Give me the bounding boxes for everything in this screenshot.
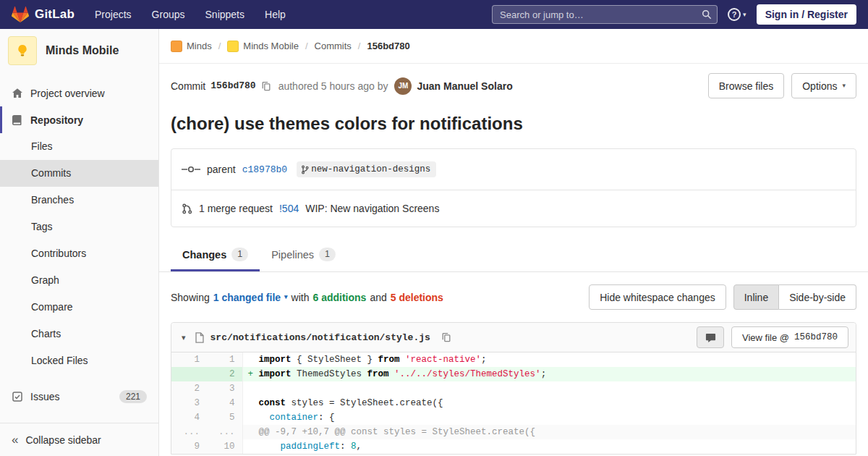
new-line-number[interactable]: 5 — [207, 410, 242, 425]
breadcrumb-separator: / — [218, 41, 221, 51]
file-path[interactable]: src/notifications/notification/style.js — [210, 332, 430, 343]
diff-summary-bar: Showing 1 changed file ▾ with 6 addition… — [171, 272, 856, 322]
collapse-diff-icon[interactable]: ▾ — [179, 333, 189, 342]
breadcrumb-item-156bd780: 156bd780 — [367, 41, 409, 51]
new-line-number[interactable]: 1 — [207, 352, 242, 367]
issues-icon — [12, 391, 23, 402]
old-line-number[interactable]: 1 — [171, 352, 207, 367]
sidebar-nav: Project overview Repository FilesCommits… — [0, 80, 158, 410]
file-actions: View file @ 156bd780 — [697, 326, 848, 348]
changed-files-dropdown[interactable]: 1 changed file ▾ — [213, 292, 288, 303]
breadcrumb-separator: / — [305, 41, 308, 51]
authored-text: authored 5 hours ago by — [278, 80, 388, 92]
sidebar-item-tags[interactable]: Tags — [0, 214, 158, 240]
view-mode-toggle: Inline Side-by-side — [733, 284, 856, 310]
navbar-item-snippets[interactable]: Snippets — [205, 9, 244, 20]
diff-line: 2+import ThemedStyles from '../../styles… — [171, 367, 856, 381]
toggle-comments-button[interactable] — [697, 326, 724, 348]
merge-request-row: 1 merge request !504 WIP: New navigation… — [171, 190, 856, 227]
diff-code-line: @@ -9,7 +10,7 @@ const styles = StyleShe… — [242, 425, 856, 439]
merge-request-link[interactable]: !504 — [279, 203, 299, 214]
commit-actions: Browse files Options ▾ — [708, 73, 856, 98]
copy-sha-button[interactable] — [261, 81, 271, 91]
parent-sha-link[interactable]: c18978b0 — [242, 164, 287, 175]
new-line-number[interactable]: 4 — [207, 396, 242, 410]
repository-icon — [12, 114, 23, 126]
collapse-sidebar-label: Collapse sidebar — [25, 434, 101, 446]
sidebar-item-contributors[interactable]: Contributors — [0, 240, 158, 267]
breadcrumb: Minds/Minds Mobile/Commits/156bd780 — [159, 29, 868, 64]
commit-meta-row: Commit 156bd780 authored 5 hours ago by … — [171, 64, 856, 108]
issues-count-badge: 221 — [119, 390, 147, 403]
old-line-number[interactable]: 3 — [171, 396, 207, 410]
tab-count-badge: 1 — [231, 248, 248, 261]
breadcrumb-item-minds-mobile[interactable]: Minds Mobile — [227, 41, 299, 52]
gitlab-home-link[interactable]: GitLab — [12, 6, 75, 23]
brand-name: GitLab — [35, 7, 75, 22]
and-label: and — [370, 292, 386, 303]
collapse-sidebar-button[interactable]: « Collapse sidebar — [0, 423, 158, 456]
project-avatar — [8, 36, 37, 65]
author-name[interactable]: Juan Manuel Solaro — [417, 80, 512, 92]
file-diff-header: ▾ src/notifications/notification/style.j… — [171, 323, 856, 352]
tab-changes[interactable]: Changes1 — [171, 237, 260, 271]
diff-code-line: paddingLeft: 8, — [242, 439, 856, 454]
old-line-number: ... — [171, 425, 207, 439]
branch-pill[interactable]: new-navigation-designs — [297, 161, 436, 177]
sidebar-item-compare[interactable]: Compare — [0, 294, 158, 321]
old-line-number[interactable]: 2 — [171, 381, 207, 396]
signin-button[interactable]: Sign in / Register — [757, 4, 856, 25]
breadcrumb-item-minds[interactable]: Minds — [171, 41, 212, 52]
copy-file-path-button[interactable] — [441, 332, 451, 342]
old-line-number[interactable] — [171, 367, 207, 381]
navbar-item-projects[interactable]: Projects — [95, 9, 132, 20]
navbar-menu: ProjectsGroupsSnippetsHelp — [95, 9, 286, 20]
sidebar-item-locked-files[interactable]: Locked Files — [0, 347, 158, 374]
new-line-number[interactable]: 3 — [207, 381, 242, 396]
breadcrumb-item-commits[interactable]: Commits — [315, 41, 352, 51]
sidebar-item-project-overview[interactable]: Project overview — [0, 80, 158, 106]
double-chevron-left-icon: « — [12, 434, 18, 446]
parent-commit-row: parent c18978b0 new-navigation-designs — [171, 149, 856, 190]
old-line-number[interactable]: 9 — [171, 439, 207, 454]
sidebar-item-label: Project overview — [30, 88, 105, 99]
sidebar-item-issues[interactable]: Issues 221 — [0, 383, 158, 410]
gitlab-tanuki-icon — [12, 6, 29, 23]
view-file-button[interactable]: View file @ 156bd780 — [731, 326, 848, 348]
sidebar-item-graph[interactable]: Graph — [0, 267, 158, 294]
sidebar-item-label: Issues — [30, 391, 59, 402]
diff-code-line: import { StyleSheet } from 'react-native… — [242, 352, 856, 367]
minds-mobile-avatar — [227, 41, 239, 52]
diff-code-line: container: { — [242, 410, 856, 425]
minds-avatar — [171, 41, 182, 52]
sidebar-item-branches[interactable]: Branches — [0, 187, 158, 214]
sidebar-project-header[interactable]: Minds Mobile — [0, 29, 158, 72]
new-line-number[interactable]: 10 — [207, 439, 242, 454]
sidebar-item-files[interactable]: Files — [0, 133, 158, 160]
tab-pipelines[interactable]: Pipelines1 — [260, 237, 347, 271]
sidebar-item-commits[interactable]: Commits — [0, 160, 158, 187]
search-input[interactable] — [492, 5, 718, 24]
navbar-item-groups[interactable]: Groups — [152, 9, 185, 20]
inline-view-button[interactable]: Inline — [733, 284, 779, 310]
new-line-number[interactable]: 2 — [207, 367, 242, 381]
side-by-side-view-button[interactable]: Side-by-side — [779, 284, 856, 310]
old-line-number[interactable]: 4 — [171, 410, 207, 425]
home-icon — [12, 88, 23, 99]
author-avatar[interactable]: JM — [394, 77, 412, 95]
diff-code-line — [242, 381, 856, 396]
file-icon — [195, 332, 205, 343]
diff-line: 11import { StyleSheet } from 'react-nati… — [171, 352, 856, 367]
search-icon[interactable] — [702, 9, 712, 20]
help-menu[interactable]: ? ▾ — [728, 8, 746, 21]
navbar-item-help[interactable]: Help — [265, 9, 286, 20]
browse-files-button[interactable]: Browse files — [708, 73, 784, 98]
sidebar-item-repository[interactable]: Repository — [0, 106, 158, 133]
hide-whitespace-button[interactable]: Hide whitespace changes — [589, 284, 726, 310]
search-box — [492, 5, 718, 24]
repository-subnav: FilesCommitsBranchesTagsContributorsGrap… — [0, 133, 158, 374]
file-diff-container: ▾ src/notifications/notification/style.j… — [171, 322, 856, 455]
options-dropdown-button[interactable]: Options ▾ — [791, 73, 856, 98]
sidebar-item-charts[interactable]: Charts — [0, 321, 158, 347]
diff-line: 910 paddingLeft: 8, — [171, 439, 856, 454]
